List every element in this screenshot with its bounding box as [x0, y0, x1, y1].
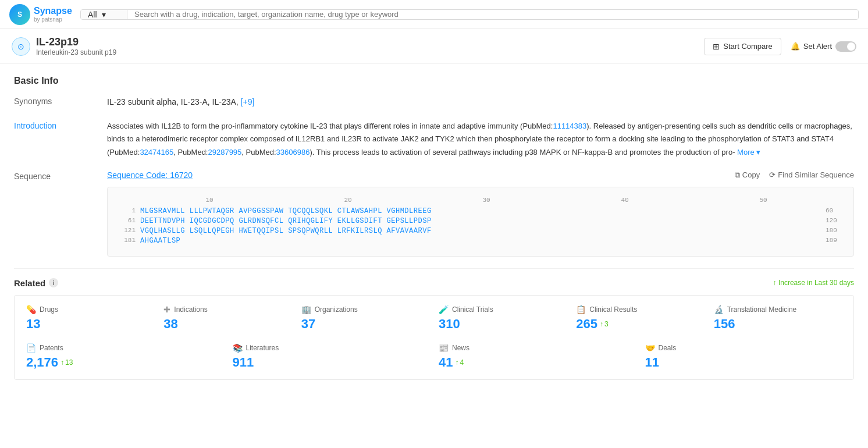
synonyms-label: Synonyms: [14, 95, 107, 108]
synonyms-row: Synonyms IL-23 subunit alpha, IL-23-A, I…: [14, 95, 854, 108]
deals-count: 11: [645, 355, 842, 370]
introduction-row: Introduction Associates with IL12B to fo…: [14, 120, 854, 158]
find-similar-button[interactable]: ⟳ Find Similar Sequence: [769, 170, 854, 179]
clinical-trials-value: 310: [439, 317, 460, 332]
clinical-results-value: 265: [576, 317, 597, 332]
search-container: All ▾: [80, 9, 859, 20]
seq-data-4: AHGAATLSP: [140, 237, 821, 245]
introduction-label: Introduction: [14, 120, 107, 158]
clinical-results-badge-value: 3: [604, 320, 609, 328]
up-arrow-icon: ↑: [600, 320, 603, 328]
pubmed-link-1[interactable]: 11114383: [553, 122, 586, 130]
compare-label: Start Compare: [723, 42, 773, 51]
news-value: 41: [439, 355, 453, 370]
content: Basic Info Synonyms IL-23 subunit alpha,…: [0, 64, 868, 392]
deals-icon: 🤝: [645, 343, 655, 353]
drugs-label: Drugs: [40, 305, 58, 314]
target-icon: ⊙: [12, 37, 30, 56]
seq-data-3: VGQLHASLLG LSQLLQPEGH HWETQQIPSL SPSQPWQ…: [140, 227, 821, 235]
up-arrow-icon: ↑: [61, 358, 64, 367]
basic-info-title: Basic Info: [14, 76, 854, 86]
patents-badge-value: 13: [65, 358, 73, 367]
related-card-clinical-trials[interactable]: 🧪 Clinical Trials 310: [439, 305, 567, 332]
deals-value: 11: [645, 355, 659, 370]
pubmed-link-4[interactable]: 33606986: [276, 148, 310, 157]
seq-row-3: 121 VGQLHASLLG LSQLLQPEGH HWETQQIPSL SPS…: [117, 227, 844, 235]
seq-data-1: MLGSRAVMLL LLLPWTAQGR AVPGGSSPAW TQCQQLS…: [140, 207, 821, 215]
sequence-code-link[interactable]: Sequence Code: 16720: [107, 170, 193, 180]
news-icon: 📰: [439, 343, 449, 353]
alert-toggle[interactable]: [835, 41, 856, 52]
related-card-drugs[interactable]: 💊 Drugs 13: [26, 305, 154, 332]
indications-header: ✚ Indications: [163, 305, 291, 314]
seq-start-4: 181: [117, 237, 140, 245]
seq-data-2: DEETTNDVPH IQCGDGCDPQ GLRDNSQFCL QRIHQGL…: [140, 217, 821, 225]
copy-button[interactable]: ⧉ Copy: [735, 170, 760, 180]
sequence-actions: ⧉ Copy ⟳ Find Similar Sequence: [735, 170, 854, 180]
copy-icon: ⧉: [735, 170, 740, 180]
clinical-results-badge: ↑ 3: [600, 320, 609, 328]
related-info-icon[interactable]: i: [49, 278, 58, 287]
header: S Synapse by patsnap All ▾: [0, 0, 868, 29]
deals-label: Deals: [659, 344, 677, 352]
related-card-indications[interactable]: ✚ Indications 38: [163, 305, 291, 332]
related-card-translational[interactable]: 🔬 Translational Medicine 156: [714, 305, 842, 332]
alert-label: Set Alert: [803, 42, 832, 51]
related-card-organizations[interactable]: 🏢 Organizations 37: [301, 305, 429, 332]
news-label: News: [452, 344, 469, 352]
translational-count: 156: [714, 317, 842, 332]
translational-header: 🔬 Translational Medicine: [714, 305, 842, 314]
literatures-value: 911: [233, 355, 254, 370]
patents-label: Patents: [40, 344, 63, 352]
organizations-header: 🏢 Organizations: [301, 305, 429, 314]
patents-value: 2,176: [26, 355, 58, 370]
organizations-icon: 🏢: [301, 305, 311, 314]
chevron-down-icon: ▾: [756, 148, 760, 157]
related-card-deals[interactable]: 🤝 Deals 11: [645, 343, 842, 370]
sequence-box: 10 20 30 40 50 1 MLGSRAVMLL LLLPWTAQGR A…: [107, 187, 854, 257]
related-card-clinical-results[interactable]: 📋 Clinical Results 265 ↑ 3: [576, 305, 704, 332]
clinical-trials-label: Clinical Trials: [452, 305, 493, 314]
seq-start-2: 61: [117, 217, 140, 225]
search-input[interactable]: [127, 10, 858, 19]
copy-label: Copy: [742, 170, 760, 179]
indications-icon: ✚: [163, 305, 170, 314]
introduction-text: Associates with IL12B to form the pro-in…: [107, 120, 854, 158]
logo-brand: Synapse: [34, 5, 72, 16]
compare-icon: ⊞: [713, 42, 720, 51]
seq-end-2: 120: [821, 217, 844, 225]
pubmed-link-3[interactable]: 29287995: [208, 148, 241, 157]
translational-icon: 🔬: [714, 305, 724, 314]
news-header: 📰 News: [439, 343, 636, 353]
indications-count: 38: [163, 317, 291, 332]
related-header: Related i ↑ Increase in Last 30 days: [14, 268, 854, 295]
patents-count: 2,176 ↑ 13: [26, 355, 223, 370]
synonyms-more[interactable]: [+9]: [241, 97, 255, 106]
related-grid: 💊 Drugs 13 ✚ Indications 38 🏢: [14, 295, 854, 380]
news-badge: ↑ 4: [455, 358, 464, 367]
ruler-50: 50: [759, 197, 767, 204]
literatures-icon: 📚: [233, 343, 243, 353]
bell-icon: 🔔: [791, 42, 800, 51]
drugs-header: 💊 Drugs: [26, 305, 154, 314]
search-type-dropdown[interactable]: All ▾: [81, 10, 127, 19]
pubmed-link-2[interactable]: 32474165: [140, 148, 173, 157]
patents-icon: 📄: [26, 343, 36, 353]
find-similar-label: Find Similar Sequence: [778, 170, 854, 179]
logo[interactable]: S Synapse by patsnap: [9, 4, 73, 25]
translational-value: 156: [714, 317, 735, 332]
ruler-40: 40: [621, 197, 628, 204]
target-name: IL-23p19: [36, 36, 704, 48]
search-type-label: All: [88, 10, 97, 19]
set-alert-button[interactable]: 🔔 Set Alert: [791, 41, 856, 52]
more-link[interactable]: More: [737, 148, 755, 157]
related-card-patents[interactable]: 📄 Patents 2,176 ↑ 13: [26, 343, 223, 370]
logo-text: Synapse by patsnap: [34, 5, 72, 23]
clinical-results-count: 265 ↑ 3: [576, 317, 704, 332]
related-card-literatures[interactable]: 📚 Literatures 911: [233, 343, 430, 370]
start-compare-button[interactable]: ⊞ Start Compare: [704, 38, 781, 55]
up-arrow-icon: ↑: [455, 358, 458, 367]
related-card-news[interactable]: 📰 News 41 ↑ 4: [439, 343, 636, 370]
drugs-count: 13: [26, 317, 154, 332]
seq-row-1: 1 MLGSRAVMLL LLLPWTAQGR AVPGGSSPAW TQCQQ…: [117, 207, 844, 215]
